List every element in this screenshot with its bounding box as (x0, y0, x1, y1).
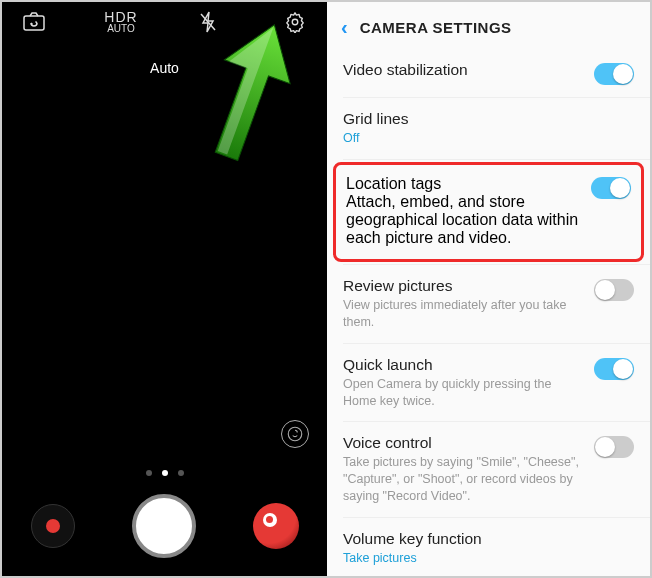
toggle-review-pictures[interactable] (594, 279, 634, 301)
setting-review-pictures[interactable]: Review pictures View pictures immediatel… (327, 265, 650, 343)
shutter-button[interactable] (132, 494, 196, 558)
svg-point-2 (292, 19, 298, 25)
setting-title: Grid lines (343, 110, 634, 128)
setting-title: Location tags (346, 175, 581, 193)
toggle-video-stabilization[interactable] (594, 63, 634, 85)
setting-volume-key-function[interactable]: Volume key function Take pictures (327, 518, 650, 576)
setting-title: Voice control (343, 434, 584, 452)
switch-camera-icon[interactable] (14, 12, 54, 32)
setting-sub: Attach, embed, and store geographical lo… (346, 193, 581, 247)
hdr-sub-label: AUTO (107, 23, 135, 34)
pager-dot (178, 470, 184, 476)
settings-header: ‹ CAMERA SETTINGS (327, 2, 650, 49)
setting-sub: Take pictures (343, 550, 634, 567)
setting-quick-launch[interactable]: Quick launch Open Camera by quickly pres… (327, 344, 650, 422)
setting-title: Review pictures (343, 277, 584, 295)
camera-mode-pager[interactable] (2, 462, 327, 484)
effects-icon[interactable] (281, 420, 309, 448)
pager-dot (146, 470, 152, 476)
setting-video-stabilization[interactable]: Video stabilization (327, 49, 650, 97)
settings-gear-icon[interactable] (275, 11, 315, 33)
setting-voice-control[interactable]: Voice control Take pictures by saying "S… (327, 422, 650, 517)
setting-location-tags-highlighted[interactable]: Location tags Attach, embed, and store g… (333, 162, 644, 262)
setting-title: Volume key function (343, 530, 634, 548)
toggle-location-tags[interactable] (591, 177, 631, 199)
svg-point-3 (288, 427, 302, 441)
svg-rect-0 (24, 16, 44, 30)
toggle-quick-launch[interactable] (594, 358, 634, 380)
toggle-voice-control[interactable] (594, 436, 634, 458)
camera-mode-label: Auto (2, 60, 327, 76)
camera-app: HDRAUTO Auto (2, 2, 327, 576)
camera-top-bar: HDRAUTO (2, 2, 327, 42)
gallery-thumbnail[interactable] (253, 503, 299, 549)
setting-sub: Off (343, 130, 634, 147)
camera-viewfinder[interactable] (2, 76, 327, 462)
camera-bottom-bar (2, 484, 327, 576)
setting-title: Video stabilization (343, 61, 584, 79)
settings-list[interactable]: Video stabilization Grid lines Off Locat… (327, 49, 650, 576)
setting-grid-lines[interactable]: Grid lines Off (327, 98, 650, 159)
record-button[interactable] (31, 504, 75, 548)
setting-sub: View pictures immediately after you take… (343, 297, 584, 331)
pager-dot-active (162, 470, 168, 476)
setting-sub: Open Camera by quickly pressing the Home… (343, 376, 584, 410)
setting-title: Quick launch (343, 356, 584, 374)
camera-settings-screen: ‹ CAMERA SETTINGS Video stabilization Gr… (327, 2, 650, 576)
flash-off-icon[interactable] (188, 11, 228, 33)
back-button[interactable]: ‹ (341, 16, 348, 39)
hdr-button[interactable]: HDRAUTO (101, 10, 141, 34)
setting-sub: Take pictures by saying "Smile", "Cheese… (343, 454, 584, 505)
settings-title: CAMERA SETTINGS (360, 19, 512, 36)
